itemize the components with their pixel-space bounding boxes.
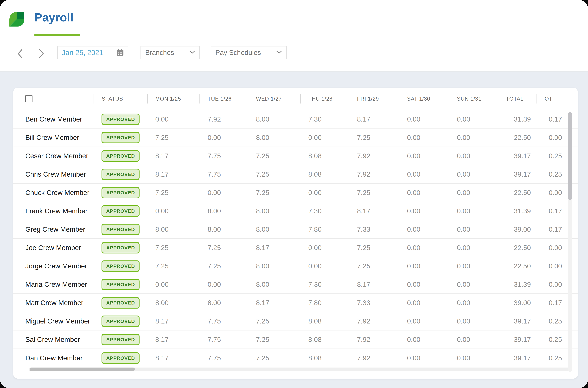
hours-cell-wed: 8.00 — [248, 281, 300, 288]
column-header-ot: OT — [537, 88, 578, 110]
prev-period-button[interactable] — [15, 48, 25, 59]
app-header: Payroll — [0, 0, 588, 36]
column-header-tue: TUE 1/26 — [199, 88, 248, 110]
hours-cell-sun: 0.00 — [449, 225, 498, 233]
hours-cell-mon: 0.00 — [147, 207, 199, 215]
hours-cell-sun: 0.00 — [449, 299, 498, 307]
table-row: Sal Crew Member APPROVED 8.177.757.258.0… — [13, 331, 578, 349]
hours-cell-thu: 0.00 — [300, 189, 349, 197]
date-input[interactable]: Jan 25, 2021 — [57, 46, 128, 59]
hours-cell-tue: 7.75 — [199, 170, 248, 178]
status-badge[interactable]: APPROVED — [101, 242, 140, 253]
column-header-sat: SAT 1/30 — [399, 88, 449, 110]
status-cell: APPROVED — [94, 315, 147, 327]
hours-cell-sun: 0.00 — [449, 336, 498, 343]
table-row: Cesar Crew Member APPROVED 8.177.757.258… — [13, 147, 578, 165]
table-row: Dan Crew Member APPROVED 8.177.757.258.0… — [13, 349, 578, 367]
hours-cell-sat: 0.00 — [399, 115, 449, 123]
status-badge[interactable]: APPROVED — [101, 261, 140, 272]
vertical-scrollbar-thumb[interactable] — [568, 112, 572, 200]
total-cell: 39.00 — [498, 299, 537, 307]
table-row: Bill Crew Member APPROVED 7.250.008.000.… — [13, 128, 578, 147]
horizontal-scrollbar — [29, 367, 572, 371]
table-row: Chuck Crew Member APPROVED 7.250.007.250… — [13, 184, 578, 202]
hours-cell-tue: 7.75 — [199, 317, 248, 325]
app-window: Payroll Jan 25, 2021 — [0, 0, 588, 388]
status-badge[interactable]: APPROVED — [101, 297, 140, 309]
calendar-icon — [117, 48, 124, 57]
hours-cell-tue: 0.00 — [199, 189, 248, 197]
status-badge[interactable]: APPROVED — [101, 150, 140, 162]
hours-cell-thu: 7.30 — [300, 207, 349, 215]
chevron-down-icon — [189, 50, 195, 55]
chevron-down-icon — [276, 50, 282, 55]
hours-cell-mon: 8.00 — [147, 299, 199, 307]
hours-cell-tue: 7.92 — [199, 115, 248, 123]
hours-cell-fri: 7.25 — [349, 189, 399, 197]
status-badge[interactable]: APPROVED — [101, 224, 140, 235]
pay-schedules-dropdown[interactable]: Pay Schedules — [211, 46, 287, 59]
table-row: Maria Crew Member APPROVED 0.000.008.007… — [13, 275, 578, 294]
status-cell: APPROVED — [94, 279, 147, 290]
branches-label: Branches — [145, 49, 174, 57]
employee-name: Ben Crew Member — [13, 115, 94, 123]
status-badge[interactable]: APPROVED — [101, 114, 140, 125]
status-cell: APPROVED — [94, 224, 147, 235]
page-content: STATUS MON 1/25 TUE 1/26 WED 1/27 THU 1/… — [0, 72, 588, 388]
hours-cell-fri: 7.92 — [349, 354, 399, 362]
column-header-wed: WED 1/27 — [248, 88, 300, 110]
next-period-button[interactable] — [37, 48, 46, 59]
status-cell: APPROVED — [94, 261, 147, 272]
total-cell: 22.50 — [498, 134, 537, 142]
hours-cell-tue: 7.25 — [199, 262, 248, 270]
hours-cell-sat: 0.00 — [399, 134, 449, 142]
hours-cell-wed: 7.25 — [248, 354, 300, 362]
hours-cell-tue: 8.00 — [199, 299, 248, 307]
horizontal-scrollbar-thumb[interactable] — [30, 367, 135, 371]
status-badge[interactable]: APPROVED — [101, 169, 140, 180]
hours-cell-tue: 8.00 — [199, 207, 248, 215]
status-badge[interactable]: APPROVED — [101, 187, 140, 198]
employee-name: Bill Crew Member — [13, 134, 94, 142]
hours-cell-fri: 7.92 — [349, 170, 399, 178]
hours-cell-sun: 0.00 — [449, 354, 498, 362]
status-badge[interactable]: APPROVED — [101, 279, 140, 290]
status-cell: APPROVED — [94, 132, 147, 143]
total-cell: 39.17 — [498, 170, 537, 178]
status-cell: APPROVED — [94, 352, 147, 364]
hours-cell-tue: 0.00 — [199, 134, 248, 142]
employee-name: Chuck Crew Member — [13, 189, 94, 197]
status-badge[interactable]: APPROVED — [101, 315, 140, 327]
table-row: Chris Crew Member APPROVED 8.177.757.258… — [13, 165, 578, 184]
hours-cell-thu: 8.08 — [300, 354, 349, 362]
hours-cell-fri: 7.92 — [349, 336, 399, 343]
hours-cell-thu: 0.00 — [300, 262, 349, 270]
total-cell: 22.50 — [498, 262, 537, 270]
hours-cell-fri: 7.92 — [349, 317, 399, 325]
hours-cell-thu: 8.08 — [300, 170, 349, 178]
branches-dropdown[interactable]: Branches — [141, 46, 200, 59]
hours-cell-fri: 8.17 — [349, 115, 399, 123]
total-cell: 31.39 — [498, 207, 537, 215]
hours-cell-sun: 0.00 — [449, 317, 498, 325]
hours-cell-wed: 8.00 — [248, 225, 300, 233]
hours-cell-sun: 0.00 — [449, 207, 498, 215]
hours-cell-fri: 7.33 — [349, 225, 399, 233]
select-all-checkbox[interactable] — [25, 95, 32, 102]
table-row: Ben Crew Member APPROVED 0.007.928.007.3… — [13, 110, 578, 128]
hours-cell-thu: 7.30 — [300, 281, 349, 288]
hours-cell-fri: 7.33 — [349, 299, 399, 307]
status-badge[interactable]: APPROVED — [101, 132, 140, 143]
total-cell: 39.17 — [498, 354, 537, 362]
table-row: Greg Crew Member APPROVED 8.008.008.007.… — [13, 220, 578, 239]
status-badge[interactable]: APPROVED — [101, 205, 140, 217]
hours-cell-thu: 7.80 — [300, 299, 349, 307]
chevron-right-icon — [38, 48, 45, 59]
status-badge[interactable]: APPROVED — [101, 352, 140, 364]
status-badge[interactable]: APPROVED — [101, 334, 140, 345]
date-value: Jan 25, 2021 — [62, 48, 103, 57]
hours-cell-sat: 0.00 — [399, 225, 449, 233]
employee-name: Dan Crew Member — [13, 354, 94, 362]
column-header-mon: MON 1/25 — [147, 88, 199, 110]
hours-cell-mon: 0.00 — [147, 115, 199, 123]
